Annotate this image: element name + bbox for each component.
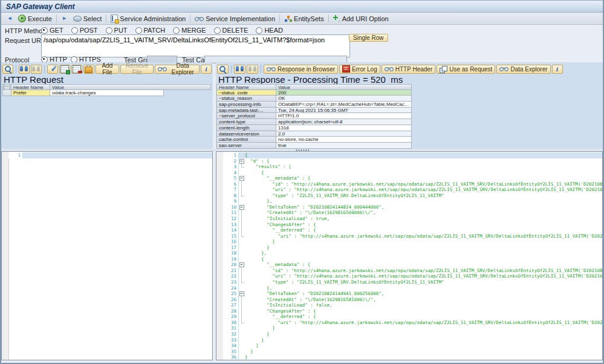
- code-line: 33 }: [223, 337, 602, 343]
- code-line: 25 "DeltaToken" : "D20210824144941_00025…: [223, 291, 602, 297]
- magnifier-icon: [4, 65, 12, 73]
- code-text[interactable]: "__metadata" : {: [245, 175, 602, 181]
- request-add-file-button[interactable]: Add File: [96, 65, 120, 74]
- response-preview-button[interactable]: [217, 65, 229, 74]
- fold-column: [239, 297, 245, 303]
- code-text[interactable]: }: [245, 349, 602, 355]
- code-text[interactable]: "type" : "Z2LIS_11_VAITM_SRV.DeltaLinksO…: [245, 193, 602, 199]
- code-text[interactable]: "IsInitialLoad" : false,: [245, 302, 602, 308]
- header-value-cell: 200: [276, 90, 412, 96]
- code-text[interactable]: "uri" : "http://s4hana.azure.jarkowski.n…: [245, 233, 602, 239]
- code-text[interactable]: }: [245, 245, 602, 251]
- radio-icon: [173, 27, 180, 34]
- code-text[interactable]: }: [245, 354, 602, 360]
- response-http-header-button[interactable]: HTTP Header: [382, 65, 436, 74]
- code-text[interactable]: }: [245, 331, 602, 337]
- response-find-button[interactable]: [234, 65, 245, 74]
- header-name-cell[interactable]: Prefer: [11, 90, 50, 96]
- toolbar-item-service-implementation[interactable]: Service Implementation: [192, 15, 278, 23]
- code-text[interactable]: "results" : [: [245, 164, 602, 170]
- code-text[interactable]: "id" : "http://s4hana.azure.jarkowski.ne…: [245, 181, 602, 187]
- code-line: 26 "CreatedAt" : "\/Date(1629816581000)\…: [223, 297, 602, 303]
- response-body-editor[interactable]: 1{2 "d" : {3 "results" : [4 {5 "__metada…: [216, 151, 603, 360]
- request-insert-row-button[interactable]: [59, 65, 70, 74]
- method-merge[interactable]: MERGE: [173, 27, 206, 34]
- fold-collapse-icon[interactable]: [239, 205, 244, 210]
- code-text[interactable]: "uri" : "http://s4hana.azure.jarkowski.n…: [245, 320, 602, 326]
- request-data-explorer-button[interactable]: Data Explorer: [155, 65, 200, 74]
- code-text[interactable]: [23, 152, 212, 158]
- request-find-button[interactable]: [19, 65, 30, 74]
- code-text[interactable]: "uri" : "http://s4hana.azure.jarkowski.n…: [245, 187, 602, 193]
- code-text[interactable]: }: [245, 239, 602, 245]
- request-find-next-button: [31, 65, 42, 74]
- line-number: 33: [223, 337, 239, 343]
- toolbar-item-service-administration[interactable]: Service Administration: [108, 14, 188, 24]
- toolbar-item-add-uri-option[interactable]: Add URI Option: [331, 15, 391, 23]
- fold-column: [239, 193, 245, 199]
- response-use-as-request-button[interactable]: Use as Request: [437, 65, 495, 74]
- response-response-in-browser-button[interactable]: Response in Browser: [264, 65, 338, 74]
- method-patch[interactable]: PATCH: [135, 27, 166, 34]
- execute-icon: [18, 15, 26, 22]
- fold-collapse-icon[interactable]: [239, 291, 244, 296]
- response-error-log-button[interactable]: Error Log: [339, 65, 380, 74]
- code-text[interactable]: "id" : "http://s4hana.azure.jarkowski.ne…: [245, 268, 602, 274]
- button-label: Add File: [99, 62, 117, 76]
- row-selector[interactable]: [2, 90, 11, 96]
- code-text[interactable]: "ChangesAfter" : {: [245, 308, 602, 314]
- toolbar-arrow-right-icon[interactable]: [59, 15, 71, 22]
- method-delete[interactable]: DELETE: [214, 27, 248, 34]
- code-text[interactable]: }: [245, 337, 602, 343]
- fold-collapse-icon[interactable]: [239, 159, 244, 164]
- table-row: sao-servertrue: [216, 143, 412, 149]
- fold-scope-line: [241, 210, 242, 216]
- code-text[interactable]: "__metadata" : {: [245, 262, 602, 268]
- code-text[interactable]: "DeltaToken" : "D20210824144941_00025600…: [245, 291, 602, 297]
- code-text[interactable]: "uri" : "http://s4hana.azure.jarkowski.n…: [245, 273, 602, 279]
- request-uri-input[interactable]: /sap/opu/odata/sap/Z2LIS_11_VAITM_SRV/De…: [41, 34, 350, 57]
- fold-column: [239, 222, 245, 228]
- code-text[interactable]: "CreatedAt" : "\/Date(1629816504000)\/",: [245, 210, 602, 216]
- code-text[interactable]: "d" : {: [245, 158, 602, 164]
- code-text[interactable]: "__deferred" : {: [245, 227, 602, 233]
- response-data-explorer-button[interactable]: Data Explorer: [496, 65, 550, 74]
- code-text[interactable]: {: [245, 170, 602, 176]
- code-text[interactable]: "type" : "Z2LIS_11_VAITM_SRV.DeltaLinksO…: [245, 279, 602, 285]
- code-text[interactable]: "IsInitialLoad" : true,: [245, 216, 602, 222]
- code-text[interactable]: "__deferred" : {: [245, 314, 602, 320]
- code-text[interactable]: "CreatedAt" : "\/Date(1629816581000)\/",: [245, 297, 602, 303]
- header-value-cell: HTTP/1.0: [276, 113, 412, 119]
- request-edit-button[interactable]: [47, 65, 58, 74]
- method-head[interactable]: HEAD: [256, 27, 283, 34]
- code-text[interactable]: },: [245, 285, 602, 291]
- toolbar-arrow-left-icon[interactable]: [4, 15, 16, 22]
- header-value-cell[interactable]: odata.track-changes: [50, 90, 164, 96]
- toolbar-item-execute[interactable]: Execute: [16, 14, 54, 23]
- http-request-header-table: Header NameValuePreferodata.track-change…: [2, 84, 211, 96]
- request-delete-row-button[interactable]: [71, 65, 82, 74]
- fold-column: [239, 273, 245, 279]
- code-text[interactable]: "DeltaToken" : "D20210824144824_00044400…: [245, 204, 602, 210]
- fold-collapse-icon[interactable]: [239, 176, 244, 181]
- method-get[interactable]: GET: [41, 27, 63, 34]
- code-text[interactable]: },: [245, 250, 602, 256]
- code-text[interactable]: {: [245, 152, 602, 158]
- method-put[interactable]: PUT: [106, 27, 128, 34]
- toolbar-item-select[interactable]: Select: [71, 15, 105, 23]
- toolbar-item-entitysets[interactable]: EntitySets: [282, 15, 326, 23]
- code-text[interactable]: ]: [245, 343, 602, 349]
- fold-collapse-icon[interactable]: [239, 262, 244, 267]
- table-row: ~server_protocolHTTP/1.0: [216, 113, 412, 119]
- single-row-button[interactable]: Single Row: [349, 34, 388, 42]
- request-info-button[interactable]: [201, 65, 212, 74]
- request-preview-button[interactable]: [2, 65, 13, 74]
- response-info-button[interactable]: [552, 65, 563, 74]
- request-body-editor[interactable]: 1: [1, 151, 213, 360]
- code-text[interactable]: }: [245, 325, 602, 331]
- code-text[interactable]: },: [245, 198, 602, 204]
- code-text[interactable]: {: [245, 256, 602, 262]
- code-text[interactable]: "ChangesAfter" : {: [245, 222, 602, 228]
- request-unlock-button[interactable]: [83, 65, 94, 74]
- method-post[interactable]: POST: [71, 27, 98, 34]
